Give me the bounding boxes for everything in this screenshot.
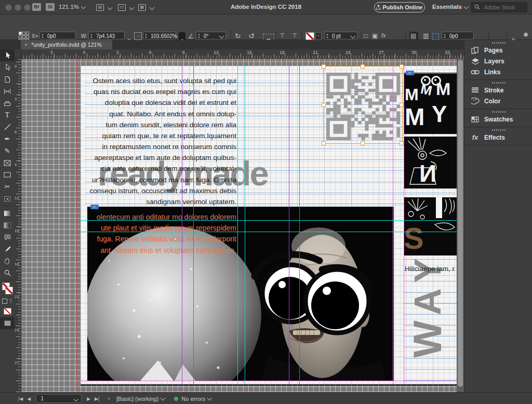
stroke-flyout[interactable]: › <box>315 32 322 40</box>
page-number-field[interactable]: 1 <box>36 394 82 403</box>
chevron-down-icon[interactable] <box>108 5 113 10</box>
hand-tool[interactable] <box>0 255 15 267</box>
scissors-tool[interactable]: ✂ <box>0 181 15 193</box>
apply-none-button[interactable] <box>0 305 15 317</box>
stroke-weight-field[interactable]: ▲▼0 pt <box>324 32 357 39</box>
previous-page-button[interactable]: ◀ <box>27 396 31 401</box>
stock-button[interactable]: St <box>46 3 55 11</box>
publish-online-button[interactable]: Publish Online <box>374 2 425 12</box>
preflight-icon[interactable]: ◔ <box>107 396 110 402</box>
drop-shadow-icon[interactable]: ▣ <box>372 32 378 39</box>
formatting-affects-icons[interactable]: T <box>0 297 15 305</box>
panel-color[interactable]: Color <box>464 96 532 106</box>
art-block-letterforms[interactable]: M M M M Y <box>404 73 457 134</box>
panel-pages[interactable]: Pages <box>464 45 532 56</box>
overlay-text-frame[interactable]: olentecum anti oditatur mo dolores dolor… <box>95 212 236 256</box>
document-tab[interactable]: ×*unity_portfolio.indd @ 121% <box>21 40 112 49</box>
rectangle-tool[interactable] <box>0 169 15 181</box>
vertical-scrollbar[interactable] <box>457 58 464 392</box>
eyedropper-tool[interactable] <box>0 243 15 255</box>
document-arrange-icon[interactable]: ▦ <box>138 4 146 11</box>
link-badge-icon[interactable]: ∞ <box>406 71 414 75</box>
next-page-button[interactable]: ▶ <box>87 396 90 401</box>
selection-handle-s[interactable] <box>361 141 365 145</box>
guide-vertical-purple[interactable] <box>182 66 182 384</box>
chevron-down-icon[interactable] <box>150 5 155 10</box>
drag-handle-icon[interactable] <box>492 111 506 113</box>
guide-vertical-purple[interactable] <box>289 66 289 384</box>
wrap-bounding-icon[interactable]: ▥ <box>423 32 429 39</box>
corner-options-icon[interactable]: □ <box>364 32 367 39</box>
link-badge-icon[interactable]: ∞ <box>90 205 99 209</box>
effects-fx-icon[interactable]: fx <box>381 32 386 38</box>
direct-selection-tool[interactable] <box>0 61 15 73</box>
selection-handle-nw[interactable] <box>322 64 326 69</box>
last-page-button[interactable]: ▶| <box>95 396 99 401</box>
selection-handle-n[interactable] <box>361 64 365 69</box>
rotation-field[interactable]: ▲▼0° <box>196 32 226 39</box>
gap-tool[interactable] <box>0 85 15 97</box>
bridge-button[interactable]: Br <box>32 3 41 11</box>
workspace-switcher[interactable]: Essentials <box>432 4 468 10</box>
stroke-none-swatch[interactable] <box>5 287 13 294</box>
view-options-icon[interactable]: ▤ <box>96 4 104 11</box>
selection-handle-e[interactable] <box>400 103 404 107</box>
panel-links[interactable]: Links <box>464 66 532 77</box>
side-text-frame[interactable]: Hiliciaepe lam, r <box>405 265 457 273</box>
pen-tool[interactable]: ✒ <box>0 133 15 145</box>
align-distribute-icon[interactable]: ⊤ <box>292 32 297 39</box>
live-corners-icon[interactable] <box>432 33 439 40</box>
x-position-field[interactable]: ▲▼0p0 <box>39 32 76 39</box>
selection-handle-sw[interactable] <box>322 141 326 145</box>
stroke-color-none-swatch[interactable] <box>305 32 314 40</box>
note-tool[interactable] <box>0 231 15 243</box>
panel-layers[interactable]: Layers <box>464 56 532 66</box>
rotate-cw-icon[interactable]: ↻ <box>235 32 241 40</box>
margin-guide-right[interactable] <box>404 66 404 384</box>
selection-bounding-box[interactable] <box>323 66 403 144</box>
drag-handle-icon[interactable] <box>492 129 506 131</box>
page-tool[interactable] <box>0 73 15 85</box>
fill-stroke-indicator[interactable] <box>0 281 15 297</box>
chevron-down-icon[interactable] <box>129 5 135 10</box>
panel-effects[interactable]: fxEffects <box>464 132 532 143</box>
screen-mode-button[interactable] <box>0 317 15 329</box>
free-transform-tool[interactable] <box>0 193 15 205</box>
panel-stroke[interactable]: Stroke <box>464 85 532 96</box>
zoom-tool[interactable] <box>0 267 15 279</box>
gradient-swatch-tool[interactable] <box>0 207 15 219</box>
zoom-window-icon[interactable] <box>24 4 31 11</box>
selection-handle-se[interactable] <box>400 141 404 145</box>
vertical-ruler[interactable]: 0 3 6 9 12 15 18 21 24 27 <box>15 58 21 392</box>
guide-vertical-purple[interactable] <box>299 66 300 384</box>
first-page-button[interactable]: |◀ <box>18 396 23 401</box>
gradient-feather-tool[interactable] <box>0 219 15 231</box>
close-tab-icon[interactable]: × <box>24 42 28 48</box>
preflight-status[interactable]: No errors <box>181 396 205 402</box>
selection-handle-ne[interactable] <box>400 64 404 69</box>
document-canvas[interactable]: readymade Ostem aces sitio etus, sunt vo… <box>15 49 464 392</box>
scrollbar-thumb[interactable] <box>458 60 463 387</box>
guide-horizontal-cyan[interactable] <box>81 232 457 232</box>
guide-vertical-cyan[interactable] <box>237 66 238 384</box>
stock-search[interactable] <box>471 2 527 12</box>
margin-guide-bottom[interactable] <box>81 381 457 381</box>
screen-mode-icon[interactable]: ▭ <box>118 4 126 11</box>
selection-tool[interactable] <box>0 49 15 61</box>
width-field[interactable]: ▲▼7p4.143 <box>88 32 125 39</box>
search-input[interactable] <box>483 3 527 11</box>
selection-handle-w[interactable] <box>322 103 326 107</box>
corner-radius-field[interactable]: ▲▼0p0 <box>442 32 474 39</box>
minimize-window-icon[interactable] <box>15 4 21 11</box>
content-collector-tool[interactable] <box>0 97 15 109</box>
preflight-profile-dropdown[interactable]: [Basic] (working) <box>116 396 158 402</box>
art-block-floral[interactable]: S <box>404 197 457 255</box>
guide-vertical-cyan[interactable] <box>245 66 245 384</box>
close-window-icon[interactable] <box>5 4 12 11</box>
rotate-ccw-icon[interactable]: ↺ <box>248 32 255 40</box>
guide-vertical-purple[interactable] <box>193 66 194 384</box>
pencil-tool[interactable]: ✎ <box>0 145 15 157</box>
drag-handle-icon[interactable] <box>492 42 506 44</box>
horizontal-ruler[interactable]: 3 0 3 6 9 12 15 18 21 24 27 30 33 <box>15 49 464 59</box>
scale-x-field[interactable]: ▲▼103.6502% <box>143 32 176 39</box>
